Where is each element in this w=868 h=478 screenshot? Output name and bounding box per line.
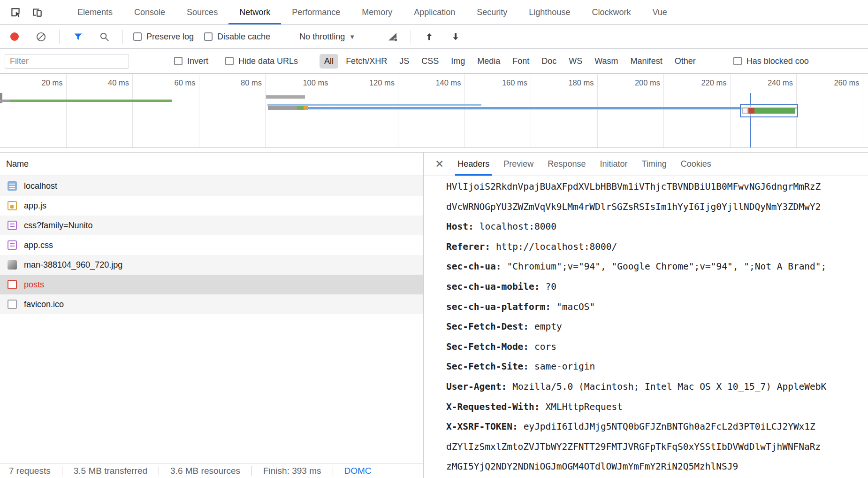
sel-seg-red (748, 108, 754, 114)
header-line: HVlIjoiS2RkdnVpajBUaXFpdXVLbHBBVm1iVThjc… (446, 177, 868, 197)
network-main: Name localhost app.js css?family=Nunito (0, 152, 868, 478)
header-value: "macOS" (556, 301, 595, 312)
disable-cache-checkbox[interactable] (204, 32, 213, 41)
tab-security[interactable]: Security (466, 0, 518, 24)
import-har-button[interactable] (421, 29, 437, 45)
filter-chip-fetch-xhr[interactable]: Fetch/XHR (341, 54, 392, 69)
detail-tab-timing[interactable]: Timing (634, 153, 673, 176)
bar-green-long (10, 100, 172, 102)
tab-sources[interactable]: Sources (176, 0, 228, 24)
has-blocked-cookies-checkbox[interactable] (733, 57, 742, 65)
summary-divider (333, 466, 333, 476)
header-name: X-Requested-With: (446, 401, 540, 412)
header-name: Referer: (446, 241, 490, 252)
tab-clockwork[interactable]: Clockwork (581, 0, 641, 24)
tab-elements[interactable]: Elements (67, 0, 123, 24)
filter-toggle-button[interactable] (70, 29, 86, 45)
tab-vue[interactable]: Vue (641, 0, 678, 24)
filter-chip-js[interactable]: JS (395, 54, 414, 69)
header-value: cors (534, 341, 556, 352)
request-name: localhost (24, 181, 57, 191)
export-har-button[interactable] (448, 29, 464, 45)
request-headers-content[interactable]: HVlIjoiS2RkdnVpajBUaXFpdXVLbHBBVm1iVThjc… (424, 176, 868, 478)
detail-tab-headers[interactable]: Headers (450, 153, 496, 176)
filter-chip-manifest[interactable]: Manifest (626, 54, 667, 69)
device-toolbar-button[interactable] (29, 4, 45, 20)
request-row-appjs[interactable]: app.js (0, 196, 423, 216)
header-line: dVcWRNOGpYU3ZWZmVqVk9LMm4rWDlrSGZsRSIsIm… (446, 197, 868, 217)
header-name: Sec-Fetch-Dest: (446, 321, 529, 332)
tab-console[interactable]: Console (123, 0, 176, 24)
name-column-header[interactable]: Name (0, 153, 423, 176)
detail-tab-initiator[interactable]: Initiator (593, 153, 634, 176)
summary-divider (251, 466, 252, 476)
detail-tab-cookies[interactable]: Cookies (674, 153, 718, 176)
hide-data-urls-toggle[interactable]: Hide data URLs (225, 56, 298, 66)
tab-lighthouse[interactable]: Lighthouse (518, 0, 581, 24)
sel-seg-light (742, 108, 748, 114)
clear-icon (36, 31, 46, 42)
seg-green (297, 106, 304, 110)
network-summary-bar: 7 requests 3.5 MB transferred 3.6 MB res… (0, 463, 423, 478)
filter-chip-font[interactable]: Font (508, 54, 534, 69)
request-row-localhost[interactable]: localhost (0, 176, 423, 196)
header-line: Host:localhost:8000 (446, 217, 868, 237)
name-header-label: Name (6, 159, 29, 169)
header-value: dVcWRNOGpYU3ZWZmVqVk9LMm4rWDlrSGZsRSIsIm… (446, 201, 821, 212)
filter-chip-doc[interactable]: Doc (537, 54, 561, 69)
clear-button[interactable] (33, 29, 49, 45)
header-line: Sec-Fetch-Dest:empty (446, 317, 868, 337)
bar-lightblue (267, 104, 481, 106)
throttling-select[interactable]: No throttling ▼ (299, 32, 355, 42)
invert-toggle[interactable]: Invert (174, 56, 208, 66)
disable-cache-toggle[interactable]: Disable cache (204, 32, 270, 42)
request-row-posts[interactable]: posts (0, 275, 423, 294)
detail-tab-response[interactable]: Response (541, 153, 593, 176)
filter-chip-ws[interactable]: WS (564, 54, 587, 69)
has-blocked-cookies-toggle[interactable]: Has blocked coo (733, 56, 809, 66)
tab-memory[interactable]: Memory (351, 0, 403, 24)
filter-chip-css[interactable]: CSS (417, 54, 443, 69)
filter-input[interactable] (5, 54, 129, 69)
domcontentloaded-time: DOMC (344, 466, 383, 476)
tab-application[interactable]: Application (403, 0, 466, 24)
filter-chip-media[interactable]: Media (472, 54, 505, 69)
preserve-log-checkbox[interactable] (133, 32, 142, 41)
requests-count: 7 requests (9, 466, 62, 476)
request-name: css?family=Nunito (24, 221, 93, 231)
request-row-favicon[interactable]: favicon.ico (0, 294, 423, 314)
filter-chip-img[interactable]: Img (446, 54, 470, 69)
request-row-man-jpg[interactable]: man-388104_960_720.jpg (0, 255, 423, 275)
network-filter-bar: Invert Hide data URLs All Fetch/XHR JS C… (0, 49, 868, 74)
record-button[interactable] (7, 29, 23, 45)
header-value: zMGI5YjQ2NDY2NDNiOGJmOGM4OTdlOWJmYmFmY2R… (446, 461, 738, 472)
preserve-log-toggle[interactable]: Preserve log (133, 32, 194, 42)
tab-network[interactable]: Network (228, 0, 281, 24)
seg-gray (268, 106, 297, 110)
document-icon (8, 181, 17, 191)
tab-performance[interactable]: Performance (281, 0, 351, 24)
filter-chip-all[interactable]: All (320, 54, 338, 69)
filter-chip-other[interactable]: Other (670, 54, 700, 69)
detail-tab-preview[interactable]: Preview (496, 153, 541, 176)
header-line: Sec-Fetch-Site:same-origin (446, 357, 868, 377)
header-value: HVlIjoiS2RkdnVpajBUaXFpdXVLbHBBVm1iVThjc… (446, 181, 821, 192)
resource-type-filters: All Fetch/XHR JS CSS Img Media Font Doc … (320, 54, 700, 69)
chevron-down-icon: ▼ (349, 33, 355, 40)
inspect-element-button[interactable] (8, 4, 23, 20)
hide-data-urls-checkbox[interactable] (225, 57, 234, 65)
request-row-appcss[interactable]: app.css (0, 235, 423, 255)
request-row-nunito-css[interactable]: css?family=Nunito (0, 216, 423, 235)
arrow-down-icon (450, 31, 461, 42)
search-button[interactable] (96, 29, 112, 45)
disable-cache-label: Disable cache (217, 32, 270, 42)
header-name: Sec-Fetch-Site: (446, 361, 529, 372)
invert-checkbox[interactable] (174, 57, 183, 65)
network-conditions-button[interactable] (384, 29, 400, 45)
generic-file-icon (8, 300, 17, 309)
request-name: app.css (24, 240, 53, 250)
filter-chip-wasm[interactable]: Wasm (590, 54, 623, 69)
close-detail-button[interactable]: ✕ (428, 158, 450, 170)
seg-orange (304, 106, 308, 110)
network-overview[interactable]: 20 ms 40 ms 60 ms 80 ms 100 ms 120 ms 14… (0, 74, 868, 148)
